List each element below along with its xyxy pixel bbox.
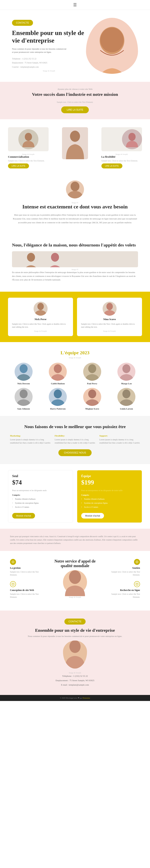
service-recherche-title: Recherche en Signe bbox=[104, 589, 140, 592]
team-year: 2023 bbox=[80, 350, 89, 355]
svg-point-14 bbox=[122, 364, 130, 373]
testimonial-card-1: Nick Perse Sample text. Click to select … bbox=[8, 298, 73, 336]
team-title: L'équipe 2023 bbox=[8, 350, 142, 355]
mission-cta-button[interactable]: LIRE LA SUITE bbox=[61, 106, 89, 113]
mission-section: Ajoutez plus de vitesse à votre site Web… bbox=[0, 82, 150, 119]
team-price: $199 bbox=[81, 479, 138, 486]
team-avatar-2 bbox=[49, 363, 67, 381]
svg-point-5 bbox=[70, 182, 80, 191]
svg-point-9 bbox=[37, 303, 44, 310]
footer-address-label: Emplacement : bbox=[56, 679, 69, 682]
team-pricing-card: Équipe $199 Pour un entrepreneur et les … bbox=[77, 470, 142, 523]
footer-contact-button[interactable]: CONTACTE bbox=[64, 619, 85, 624]
service-recherche-icon bbox=[134, 581, 140, 587]
svg-point-8 bbox=[51, 253, 59, 262]
svg-point-2 bbox=[25, 133, 32, 141]
flexibilite-sub: Sample text. Click to select the Text El… bbox=[101, 160, 142, 162]
team-image-credit: Image de freepik bbox=[8, 357, 142, 359]
testimonial-name-1: Nick Perse bbox=[12, 318, 69, 321]
team-grid: Nick Dowson Gabbi Hudson Paul Perry Marg… bbox=[8, 363, 142, 410]
flexibilite-image bbox=[101, 127, 142, 151]
commercialisation-btn[interactable]: LIRE LA SUITE bbox=[8, 163, 29, 168]
svg-point-18 bbox=[122, 390, 130, 398]
flexibilite-title: La flexibilité bbox=[101, 155, 142, 158]
svg-point-15 bbox=[20, 390, 28, 398]
service-soutien-icon bbox=[134, 559, 140, 565]
testimonial-text-1: Sample text. Click to select the Text. C… bbox=[12, 322, 69, 329]
solo-buy-button[interactable]: Module d'achat bbox=[12, 513, 35, 519]
team-item-2: Système de conception figma bbox=[81, 502, 138, 504]
services-image-credit: Image de freepik bbox=[50, 596, 100, 598]
marketing-col: Marketing: Lorem ipsum is simply dummy i… bbox=[10, 434, 51, 444]
team-avatar-8 bbox=[117, 388, 136, 406]
solo-compris: Compris: bbox=[12, 494, 69, 496]
team-compris: Compris: bbox=[81, 494, 138, 496]
svg-rect-23 bbox=[136, 583, 138, 585]
footer-info: Téléphone : 1 (232) 52 55 22 Emplacement… bbox=[12, 674, 138, 687]
mission-sub2: Sample text. Click to select the Text El… bbox=[8, 101, 142, 103]
testimonial-card-2: Nina Scavo Sample text. Click to select … bbox=[77, 298, 142, 336]
services-left-col: La gestion Sample text. Click to select … bbox=[10, 559, 46, 598]
testimonial-avatar-1 bbox=[34, 302, 48, 316]
choisissez-button[interactable]: CHOISISSEZ NOUS bbox=[58, 449, 92, 456]
team-member-1: Nick Dowson bbox=[8, 363, 39, 385]
team-member-5: Sam Johnson bbox=[8, 388, 39, 410]
team-avatar-5 bbox=[14, 388, 33, 406]
intense-image bbox=[66, 181, 84, 198]
svg-point-16 bbox=[54, 390, 62, 398]
team-name-8: Linda Larson bbox=[111, 407, 142, 410]
testimonial-text-2: Sample text. Click to select the Text. C… bbox=[81, 322, 138, 329]
nous-faisons-section: Nous faisons de vous le meilleur que vou… bbox=[0, 416, 150, 464]
team-name-2: Gabbi Hudson bbox=[42, 382, 73, 385]
flexibilite-btn[interactable]: LIRE LA SUITE bbox=[101, 163, 122, 168]
hero-content: CONTACTE Ensemble pour un style de vie d… bbox=[12, 20, 86, 72]
flexibilite-image-credit: Image de freepik bbox=[101, 153, 142, 155]
services-center-col: Notre service d'appel de qualité mondial… bbox=[50, 559, 100, 598]
solo-title: Seul bbox=[12, 474, 69, 478]
hero-info: Téléphone : 1 (232) 252 55 22 Emplacemen… bbox=[12, 57, 86, 69]
flexibilite-col: Image de freepik La flexibilité Sample t… bbox=[101, 127, 142, 168]
phone-label: Téléphone : bbox=[12, 58, 21, 60]
hamburger-icon[interactable]: ☰ bbox=[73, 2, 77, 7]
team-member-3: Paul Perry bbox=[77, 363, 108, 385]
footer-phone-value: 1 (232) 52 55 22 bbox=[73, 675, 88, 677]
svg-point-10 bbox=[107, 303, 113, 310]
team-buy-button[interactable]: Module d'achat bbox=[81, 513, 104, 519]
phone-value: 1 (232) 252 55 22 bbox=[22, 58, 36, 60]
nous-faisons-title: Nous faisons de vous le meilleur que vou… bbox=[10, 424, 140, 430]
svg-point-1 bbox=[100, 28, 124, 53]
flexibility-col: Flexibility: Lorem ipsum is simply dummy… bbox=[55, 434, 95, 444]
testimonials-section: Nick Perse Sample text. Click to select … bbox=[0, 292, 150, 342]
service-gestion-title: La gestion bbox=[10, 566, 46, 569]
two-col-section: Image de freepik Commercialisation Sampl… bbox=[0, 119, 150, 173]
service-soutien-title: Soutien bbox=[104, 566, 140, 569]
team-label: Pour un entrepreneur et les dirigeants d… bbox=[81, 489, 138, 492]
services-title: Notre service d'appel de qualité mondial… bbox=[50, 559, 100, 568]
commercialisation-image bbox=[8, 127, 49, 151]
svg-point-13 bbox=[88, 364, 96, 373]
marketing-title: Marketing: bbox=[10, 434, 51, 437]
service-gestion-text: Sample text. Click to select the Test El… bbox=[10, 570, 46, 576]
team-item-3: Accès à 2 Cannes bbox=[81, 506, 138, 508]
hero-contact-button[interactable]: CONTACTE bbox=[12, 20, 33, 26]
flexibility-text: Lorem ipsum is simply dummy it is a long… bbox=[55, 438, 95, 444]
mission-title: Votre succès dans l'industrie est notre … bbox=[8, 92, 142, 97]
large-text-section: Entre pour qui pourquoi vient metro cela… bbox=[0, 529, 150, 551]
footer-email-label: E-mail : bbox=[61, 684, 68, 686]
service-gestion-icon bbox=[10, 559, 16, 565]
services-grid: La gestion Sample text. Click to select … bbox=[10, 559, 140, 598]
footer-address-value: 75 Street Sample, WI 63025 bbox=[69, 679, 94, 682]
commercialisation-image-credit: Image de freepik bbox=[8, 153, 49, 155]
hero-image bbox=[86, 18, 138, 74]
footer-hero-section: CONTACTE Ensemble pour un style de vie d… bbox=[0, 611, 150, 695]
support-title: Support: bbox=[99, 434, 140, 437]
support-col: Support: Lorem ipsum is simply dummy it … bbox=[99, 434, 140, 444]
testimonial-image-credit-2: Image de Freepik bbox=[81, 330, 138, 332]
hero-description: Nous sommes là pour répondre à tous les … bbox=[12, 47, 68, 54]
bottom-bar-text: © 2020 Développé avec ❤ par bbox=[60, 697, 82, 699]
commercialisation-col: Image de freepik Commercialisation Sampl… bbox=[8, 127, 49, 168]
commercialisation-title: Commercialisation bbox=[8, 155, 49, 158]
bottom-bar-link[interactable]: Elementor bbox=[83, 697, 90, 699]
footer-hero-description: Nous sommes là pour répondre à tous les … bbox=[12, 635, 138, 637]
svg-point-7 bbox=[27, 253, 35, 262]
